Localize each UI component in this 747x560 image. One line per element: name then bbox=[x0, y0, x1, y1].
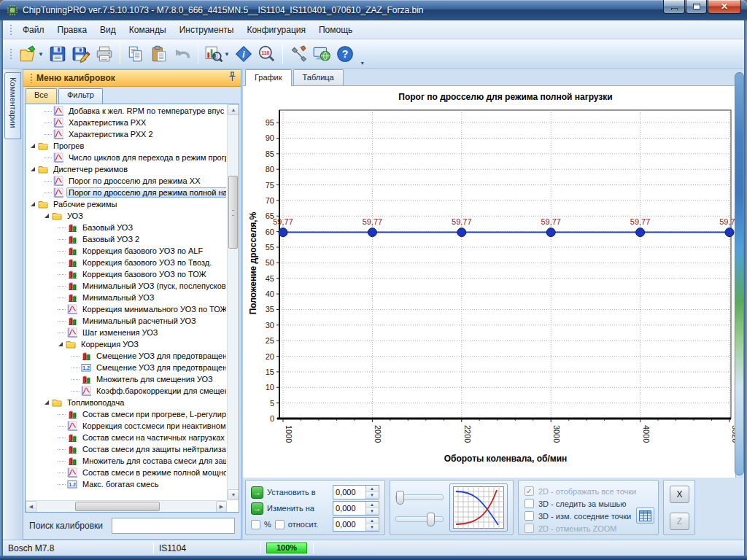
tree-vertical-scrollbar[interactable]: ▲ ▼ bbox=[227, 104, 239, 500]
tree-item[interactable]: Рабочие режимы bbox=[26, 198, 226, 210]
tree-item[interactable]: Шаг изменения УОЗ bbox=[26, 327, 226, 338]
color-scale-bar[interactable] bbox=[735, 72, 744, 475]
save-button[interactable] bbox=[46, 42, 69, 66]
minimize-button[interactable] bbox=[663, 0, 685, 14]
tree-item[interactable]: Состав смеси при прогреве, L-регулир bbox=[26, 408, 226, 420]
panel-grip[interactable] bbox=[30, 73, 33, 83]
print-button[interactable] bbox=[93, 42, 116, 66]
scroll-right-icon[interactable]: ▶ bbox=[216, 501, 227, 513]
tree-item[interactable]: Число циклов для перехода в режим прогр bbox=[26, 152, 226, 163]
zoom-values-button[interactable]: 110 bbox=[255, 42, 279, 66]
tree-item[interactable]: Состав смеси в режиме полной мощнос bbox=[26, 467, 226, 478]
x-axis-button[interactable]: X bbox=[670, 486, 689, 503]
comments-tab[interactable]: Комментарии bbox=[4, 72, 21, 139]
tree-vscroll-thumb[interactable] bbox=[228, 176, 238, 249]
tree-item[interactable]: Коррекция базового УОЗ по ALF bbox=[26, 245, 226, 257]
menu-item-Файл[interactable]: Файл bbox=[16, 22, 51, 38]
spin-up-icon[interactable]: ▲ bbox=[366, 518, 378, 524]
slider-1-thumb[interactable] bbox=[396, 491, 404, 505]
tree-item[interactable]: 1.2Макс. богатая смесь bbox=[26, 478, 226, 490]
spin-arrows[interactable]: ▲▼ bbox=[365, 518, 378, 531]
close-button[interactable]: ✕ bbox=[708, 0, 741, 14]
tree-item[interactable]: Коррекция сост.смеси при неактивном bbox=[26, 420, 226, 432]
dropdown-caret-icon[interactable]: ▼ bbox=[38, 51, 44, 58]
tree-item[interactable]: Прогрев bbox=[26, 140, 226, 152]
spin-arrows[interactable]: ▲▼ bbox=[365, 486, 378, 499]
toolbar-overflow-icon[interactable]: ▾ bbox=[361, 60, 364, 66]
tree-item[interactable]: Диспетчер режимов bbox=[26, 163, 226, 175]
checkbox-3D - изм. соседние точки[interactable] bbox=[525, 511, 534, 521]
save-as-button[interactable] bbox=[69, 42, 93, 66]
checkbox-3D - следить за мышью[interactable] bbox=[525, 499, 534, 508]
tree-item[interactable]: Состав смеси для защиты нейтрализат bbox=[26, 443, 226, 455]
expand-arrow-icon[interactable] bbox=[31, 167, 35, 171]
tree-item[interactable]: Коррекция базового УОЗ по Твозд. bbox=[26, 257, 226, 268]
online-update-button[interactable] bbox=[310, 42, 333, 66]
tree-item[interactable]: Коррекция минимального УОЗ по ТОЖ bbox=[26, 303, 226, 315]
tree-item[interactable]: Характеристика РХХ bbox=[26, 117, 226, 128]
tree-item[interactable]: Минимальный УОЗ (пуск, послепусков bbox=[26, 280, 226, 292]
expand-arrow-icon[interactable] bbox=[58, 342, 63, 346]
menu-item-Помощь[interactable]: Помощь bbox=[312, 22, 359, 38]
tree-item[interactable]: 1.2Смещение УОЗ для предотвращен bbox=[26, 362, 226, 373]
tree-item[interactable]: Базовый УОЗ 2 bbox=[26, 233, 226, 245]
dropdown-caret-icon[interactable]: ▼ bbox=[224, 51, 230, 58]
relative-input[interactable] bbox=[333, 518, 365, 531]
spin-arrows[interactable]: ▲▼ bbox=[365, 502, 378, 515]
spin-up-icon[interactable]: ▲ bbox=[366, 502, 378, 508]
tree-item[interactable]: Базовый УОЗ bbox=[26, 222, 226, 233]
set-to-input[interactable] bbox=[333, 486, 365, 499]
expand-arrow-icon[interactable] bbox=[31, 202, 35, 206]
spin-down-icon[interactable]: ▼ bbox=[366, 508, 378, 515]
slider-2[interactable] bbox=[395, 516, 444, 522]
spin-up-icon[interactable]: ▲ bbox=[366, 486, 378, 492]
tree-hscroll-thumb[interactable] bbox=[75, 502, 160, 511]
apply-set-button[interactable]: → bbox=[251, 486, 263, 499]
view-tab-Таблица[interactable]: Таблица bbox=[293, 69, 344, 85]
tree-item[interactable]: Характеристика РХХ 2 bbox=[26, 128, 226, 140]
tree-item[interactable]: Минимальный расчетный УОЗ bbox=[26, 315, 226, 327]
tree-item[interactable]: Минимальный УОЗ bbox=[26, 292, 226, 303]
expand-arrow-icon[interactable] bbox=[31, 144, 35, 148]
view-tab-График[interactable]: График bbox=[245, 69, 292, 86]
relative-checkbox[interactable] bbox=[275, 520, 285, 529]
tree-horizontal-scrollbar[interactable]: ◀ ▶ bbox=[26, 500, 227, 512]
tree-item[interactable]: Состав смеси на частичных нагрузках bbox=[26, 432, 226, 443]
scroll-down-icon[interactable]: ▼ bbox=[228, 489, 239, 500]
tools-button[interactable] bbox=[287, 42, 310, 66]
spin-down-icon[interactable]: ▼ bbox=[366, 524, 378, 531]
tree-item[interactable]: Коррекция УОЗ bbox=[26, 338, 226, 350]
expand-arrow-icon[interactable] bbox=[44, 214, 49, 218]
slider-2-thumb[interactable] bbox=[427, 513, 435, 526]
menu-item-Вид[interactable]: Вид bbox=[93, 22, 123, 38]
spin-down-icon[interactable]: ▼ bbox=[366, 492, 378, 499]
scroll-up-icon[interactable]: ▲ bbox=[228, 104, 239, 115]
undo-button[interactable] bbox=[171, 42, 194, 66]
toolbar-grip[interactable] bbox=[9, 48, 12, 60]
z-axis-button[interactable]: Z bbox=[670, 513, 689, 530]
copy-button[interactable] bbox=[124, 42, 147, 66]
menu-item-Конфигурация[interactable]: Конфигурация bbox=[240, 22, 312, 38]
menu-item-Команды[interactable]: Команды bbox=[123, 22, 173, 38]
expand-arrow-icon[interactable] bbox=[44, 400, 49, 405]
title-bar[interactable]: ChipTuningPRO ver.7.5.10.1073 - M7.8.0_6… bbox=[0, 0, 747, 20]
tree-item-selected[interactable]: Порог по дросселю для режима полной на bbox=[26, 187, 226, 198]
apply-change-button[interactable]: → bbox=[251, 502, 263, 515]
tree-item[interactable]: Порог по дросселю для режима ХХ bbox=[26, 175, 226, 187]
chart-plot[interactable]: 0510152025303540455055606570758085909510… bbox=[243, 86, 736, 478]
tree-item[interactable]: Добавка к жел. RPM по температуре впус bbox=[26, 105, 226, 117]
menu-item-Правка[interactable]: Правка bbox=[51, 22, 94, 38]
slider-1[interactable] bbox=[395, 494, 444, 500]
tree-item[interactable]: Смещение УОЗ для предотвращен bbox=[26, 350, 226, 362]
change-by-input[interactable] bbox=[333, 502, 365, 515]
info-button[interactable]: i bbox=[232, 42, 255, 66]
calibration-tab-Фильтр[interactable]: Фильтр bbox=[58, 88, 103, 104]
search-input[interactable] bbox=[112, 518, 235, 534]
tree-item[interactable]: Коррекция базового УОЗ по ТОЖ bbox=[26, 268, 226, 280]
tree-item[interactable]: УОЗ bbox=[26, 210, 226, 222]
help-button[interactable]: ? bbox=[333, 42, 357, 66]
menu-item-Инструменты[interactable]: Инструменты bbox=[173, 22, 241, 38]
pin-icon[interactable] bbox=[228, 71, 236, 85]
chart-views-button[interactable]: ▼ bbox=[202, 42, 232, 66]
tree-item[interactable]: Коэфф.барокоррекции для смещен bbox=[26, 385, 226, 397]
